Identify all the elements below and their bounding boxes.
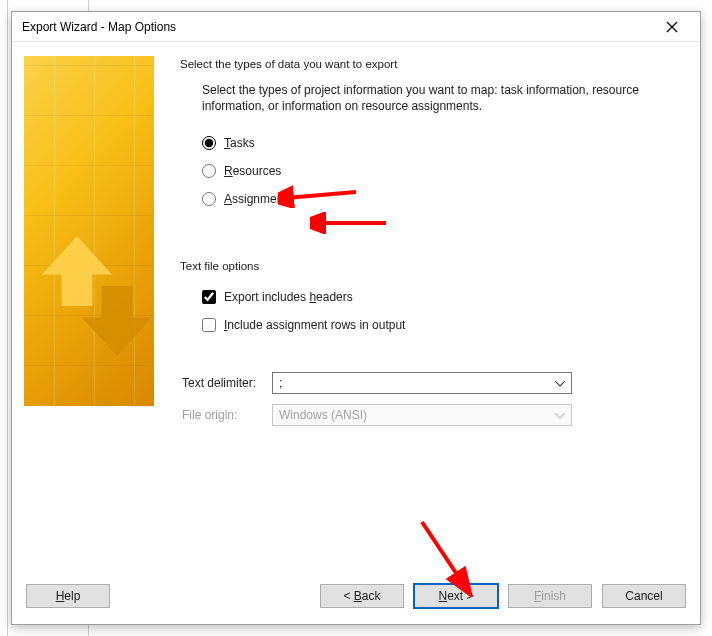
finish-button: Finish [508,584,592,608]
radio-assignments-label: Assignments [224,192,293,206]
annotation-arrow-icon [310,212,390,234]
checkbox-assignment-rows-input[interactable] [202,318,216,332]
text-delimiter-row: Text delimiter: ; [182,372,684,394]
button-bar: Help < Back Next > Finish Cancel [12,574,700,624]
back-button[interactable]: < Back [320,584,404,608]
text-options-group: Export includes headers Include assignme… [202,288,684,334]
chevron-down-icon [555,376,565,390]
text-delimiter-value: ; [279,376,282,390]
checkbox-headers[interactable]: Export includes headers [202,288,684,306]
radio-resources-label: Resources [224,164,281,178]
text-delimiter-label: Text delimiter: [182,376,272,390]
checkbox-assignment-rows-label: Include assignment rows in output [224,318,405,332]
section-description: Select the types of project information … [202,82,644,114]
chevron-down-icon [555,408,565,422]
titlebar: Export Wizard - Map Options [12,12,700,42]
section-title: Select the types of data you want to exp… [180,58,684,70]
file-origin-label: File origin: [182,408,272,422]
wizard-main: Select the types of data you want to exp… [180,52,684,574]
text-delimiter-select[interactable]: ; [272,372,572,394]
radio-resources-input[interactable] [202,164,216,178]
close-icon [666,21,678,33]
radio-tasks-input[interactable] [202,136,216,150]
file-origin-row: File origin: Windows (ANSI) [182,404,684,426]
file-origin-value: Windows (ANSI) [279,408,367,422]
checkbox-headers-label: Export includes headers [224,290,353,304]
export-wizard-dialog: Export Wizard - Map Options Select the t… [11,11,701,625]
radio-tasks-label: Tasks [224,136,255,150]
data-type-group: Tasks Resources Assignments [202,134,684,208]
help-button[interactable]: Help [26,584,110,608]
checkbox-headers-input[interactable] [202,290,216,304]
file-origin-select: Windows (ANSI) [272,404,572,426]
wizard-sidebar-image [24,56,154,406]
text-options-title: Text file options [180,260,684,272]
cancel-button[interactable]: Cancel [602,584,686,608]
close-button[interactable] [652,13,692,41]
radio-assignments[interactable]: Assignments [202,190,684,208]
radio-assignments-input[interactable] [202,192,216,206]
dialog-title: Export Wizard - Map Options [22,20,176,34]
radio-tasks[interactable]: Tasks [202,134,684,152]
checkbox-assignment-rows[interactable]: Include assignment rows in output [202,316,684,334]
radio-resources[interactable]: Resources [202,162,684,180]
next-button[interactable]: Next > [414,584,498,608]
